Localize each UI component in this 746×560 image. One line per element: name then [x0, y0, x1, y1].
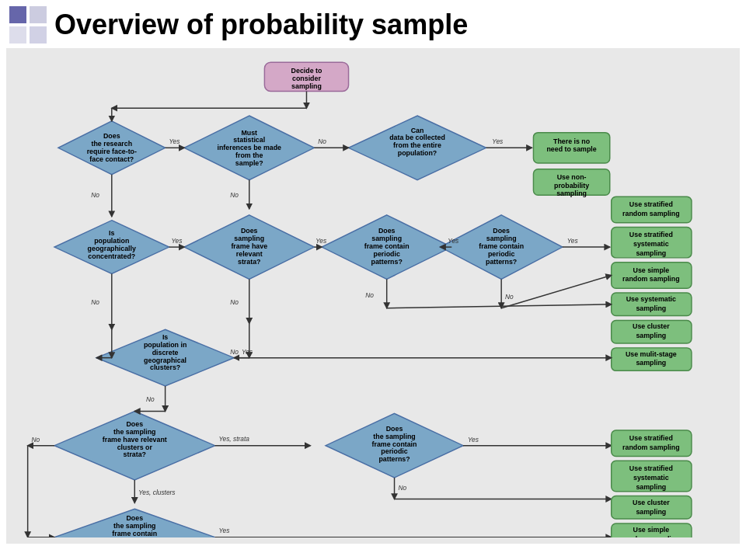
svg-text:Use cluster: Use cluster: [633, 499, 670, 506]
svg-text:Does: Does: [103, 133, 120, 141]
svg-text:data be collected: data be collected: [389, 134, 445, 141]
svg-text:sampling: sampling: [486, 235, 517, 242]
svg-text:relevant: relevant: [236, 250, 263, 258]
svg-text:Use mulit-stage: Use mulit-stage: [626, 350, 677, 358]
svg-text:Does: Does: [493, 227, 510, 235]
svg-text:Use systematic: Use systematic: [626, 295, 676, 303]
svg-text:No: No: [318, 137, 326, 145]
svg-text:Can: Can: [411, 127, 424, 134]
svg-text:from the: from the: [235, 151, 263, 159]
svg-text:face contact?: face contact?: [89, 155, 134, 163]
svg-text:Use simple: Use simple: [633, 266, 670, 274]
svg-text:Use stratified: Use stratified: [629, 464, 673, 472]
svg-text:Use cluster: Use cluster: [633, 322, 670, 330]
svg-text:Yes: Yes: [567, 237, 578, 245]
svg-text:population: population: [94, 237, 129, 245]
svg-text:No: No: [91, 298, 99, 306]
svg-text:Must: Must: [241, 129, 257, 137]
header-icon: [9, 6, 47, 43]
svg-text:No: No: [398, 484, 406, 492]
svg-text:sampling: sampling: [636, 332, 666, 339]
svg-text:require face-to-: require face-to-: [87, 148, 137, 155]
svg-text:Use non-: Use non-: [557, 173, 587, 181]
svg-text:Is: Is: [109, 229, 114, 237]
svg-text:Does: Does: [386, 425, 403, 433]
svg-text:Yes, strata: Yes, strata: [218, 435, 249, 443]
diagram-container: Decide to consider sampling Does the res…: [6, 48, 740, 544]
svg-text:No: No: [91, 191, 99, 199]
svg-text:frame contain: frame contain: [372, 440, 417, 448]
svg-text:Does: Does: [126, 420, 143, 428]
svg-line-82: [387, 304, 612, 308]
svg-text:sample?: sample?: [235, 159, 263, 167]
svg-text:periodic: periodic: [488, 250, 514, 258]
svg-text:sampling: sampling: [636, 304, 666, 312]
svg-text:Is: Is: [162, 333, 168, 341]
svg-rect-1: [30, 6, 47, 23]
svg-text:Use simple: Use simple: [633, 526, 670, 534]
svg-text:Yes: Yes: [242, 348, 253, 356]
page-title: Overview of probability sample: [54, 9, 468, 41]
svg-text:patterns?: patterns?: [486, 258, 517, 266]
start-box-text: Decide to: [291, 67, 322, 75]
svg-rect-2: [9, 26, 26, 43]
svg-text:patterns?: patterns?: [378, 455, 410, 463]
svg-text:clusters or: clusters or: [117, 443, 153, 451]
svg-text:frame have: frame have: [231, 242, 267, 250]
svg-text:Use stratified: Use stratified: [629, 434, 673, 442]
svg-text:the sampling: the sampling: [113, 428, 155, 436]
svg-text:patterns?: patterns?: [371, 258, 403, 266]
svg-text:No: No: [32, 436, 40, 443]
svg-text:population?: population?: [398, 149, 437, 157]
svg-text:frame have relevant: frame have relevant: [103, 436, 167, 443]
svg-text:Yes, clusters: Yes, clusters: [138, 489, 175, 496]
svg-text:frame contain: frame contain: [364, 242, 410, 250]
svg-text:No: No: [230, 298, 239, 306]
svg-text:No: No: [365, 291, 374, 299]
svg-text:Does: Does: [378, 227, 396, 235]
svg-text:Use stratified: Use stratified: [629, 200, 673, 208]
svg-text:consider: consider: [292, 75, 321, 82]
svg-text:periodic: periodic: [381, 448, 407, 456]
svg-text:geographical: geographical: [144, 357, 186, 364]
svg-text:population in: population in: [144, 341, 186, 349]
svg-text:strata?: strata?: [124, 450, 146, 458]
svg-text:random sampling: random sampling: [622, 535, 680, 537]
svg-text:systematic: systematic: [633, 474, 669, 482]
svg-text:sampling: sampling: [556, 190, 587, 197]
svg-text:No: No: [146, 395, 155, 403]
svg-text:No: No: [505, 293, 514, 301]
page-header: Overview of probability sample: [0, 0, 746, 48]
svg-text:periodic: periodic: [374, 250, 400, 258]
svg-text:the research: the research: [92, 140, 133, 148]
svg-text:There is no: There is no: [553, 137, 591, 145]
svg-text:systematic: systematic: [633, 240, 669, 248]
svg-text:from the entire: from the entire: [393, 141, 441, 149]
svg-text:random sampling: random sampling: [622, 210, 680, 217]
svg-text:clusters?: clusters?: [150, 363, 180, 371]
svg-text:Use stratified: Use stratified: [629, 231, 673, 238]
svg-text:random sampling: random sampling: [622, 275, 680, 283]
svg-text:Yes: Yes: [468, 436, 479, 443]
svg-text:sampling: sampling: [234, 235, 264, 242]
svg-text:random sampling: random sampling: [622, 443, 680, 451]
svg-text:Yes: Yes: [218, 527, 229, 534]
svg-text:Yes: Yes: [315, 237, 326, 245]
svg-text:sampling: sampling: [636, 359, 666, 367]
svg-text:inferences be made: inferences be made: [218, 144, 282, 151]
svg-text:sampling: sampling: [636, 483, 666, 491]
svg-text:No: No: [230, 191, 239, 199]
svg-text:discrete: discrete: [152, 349, 179, 357]
svg-text:frame contain: frame contain: [479, 242, 524, 250]
flowchart-svg: Decide to consider sampling Does the res…: [12, 56, 734, 537]
svg-rect-3: [30, 26, 47, 43]
svg-text:No: No: [230, 348, 239, 356]
svg-text:need to sample: need to sample: [546, 145, 596, 153]
svg-line-79: [501, 275, 612, 308]
svg-text:Yes: Yes: [492, 137, 503, 145]
svg-text:Yes: Yes: [448, 237, 458, 245]
svg-rect-0: [9, 6, 26, 23]
svg-text:the sampling: the sampling: [373, 433, 415, 440]
svg-text:sampling: sampling: [636, 508, 666, 516]
svg-text:concentrated?: concentrated?: [88, 252, 135, 260]
